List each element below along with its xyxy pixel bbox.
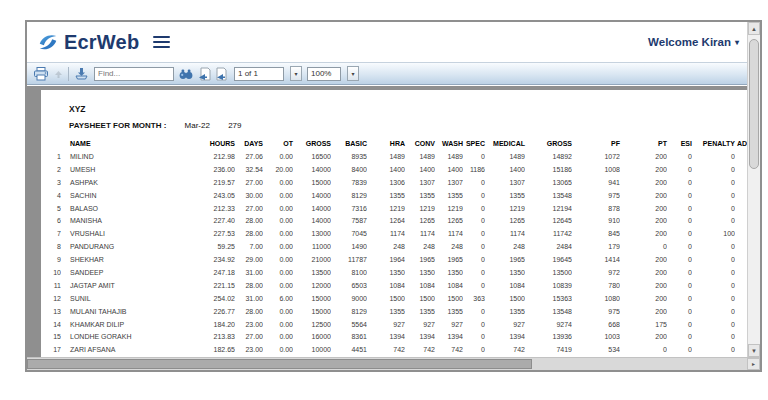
table-cell: 200 bbox=[620, 253, 667, 266]
prev-page-icon[interactable] bbox=[198, 67, 211, 81]
table-cell: 10839 bbox=[525, 279, 572, 292]
table-cell: 742 bbox=[435, 343, 463, 356]
find-input[interactable] bbox=[94, 67, 174, 81]
caret-down-icon: ▾ bbox=[294, 70, 297, 77]
page-number-input[interactable] bbox=[234, 67, 284, 81]
table-cell: 0 bbox=[463, 305, 485, 318]
arrow-up-icon: ▲ bbox=[751, 26, 757, 32]
table-cell: 1400 bbox=[367, 163, 405, 176]
table-cell: 4451 bbox=[331, 343, 367, 356]
table-cell: 0 bbox=[463, 227, 485, 240]
next-page-icon[interactable] bbox=[216, 67, 229, 81]
horizontal-scrollbar[interactable]: ▸ bbox=[27, 357, 760, 370]
table-cell: 941 bbox=[572, 176, 620, 189]
table-cell: 0 bbox=[463, 202, 485, 215]
hamburger-menu-icon[interactable] bbox=[151, 31, 172, 53]
table-cell: 5 bbox=[735, 330, 747, 343]
vertical-scrollbar[interactable]: ▲ ▼ bbox=[747, 22, 760, 357]
table-cell: 0.00 bbox=[263, 279, 293, 292]
table-cell: 534 bbox=[572, 343, 620, 356]
table-cell: 100 bbox=[692, 227, 735, 240]
table-cell: 1 bbox=[735, 214, 747, 227]
table-row: 5BALASO212.3327.000.00140007316121912191… bbox=[45, 202, 747, 215]
table-cell: 1355 bbox=[405, 189, 435, 202]
table-row: 13MULANI TAHAJIB226.7728.000.00150008129… bbox=[45, 305, 747, 318]
export-icon[interactable] bbox=[74, 67, 89, 80]
brand-logo-icon bbox=[37, 31, 59, 53]
table-cell: 9274 bbox=[525, 318, 572, 331]
column-header: SPEC bbox=[463, 135, 485, 150]
table-cell: 12194 bbox=[525, 202, 572, 215]
refresh-icon[interactable] bbox=[54, 69, 63, 79]
paysheet-table: NAMEHOURSDAYSOTGROSSBASICHRACONVWASHSPEC… bbox=[45, 135, 747, 356]
table-cell: 0 bbox=[667, 318, 692, 331]
table-cell: 243.05 bbox=[185, 189, 235, 202]
table-cell: 200 bbox=[620, 150, 667, 163]
horizontal-scroll-thumb[interactable] bbox=[27, 359, 532, 369]
table-cell: 2 bbox=[735, 202, 747, 215]
paysheet-count: 279 bbox=[228, 121, 241, 130]
cell-employee-name: SHEKHAR bbox=[61, 253, 185, 266]
table-row: 6MANISHA227.4028.000.0014000758712641265… bbox=[45, 214, 747, 227]
table-cell: 1394 bbox=[367, 330, 405, 343]
table-cell: 8129 bbox=[331, 189, 367, 202]
table-cell: 8400 bbox=[331, 163, 367, 176]
table-cell: 11000 bbox=[293, 240, 331, 253]
table-cell: 0 bbox=[463, 343, 485, 356]
table-cell: 0 bbox=[667, 150, 692, 163]
table-cell: 227.53 bbox=[185, 227, 235, 240]
welcome-user-dropdown[interactable]: Welcome Kiran ▾ bbox=[648, 36, 739, 48]
zoom-dropdown-button[interactable]: ▾ bbox=[347, 66, 359, 81]
table-cell: 0 bbox=[667, 253, 692, 266]
table-cell: 1355 bbox=[435, 189, 463, 202]
scroll-up-button[interactable]: ▲ bbox=[748, 22, 760, 35]
scroll-down-button[interactable]: ▼ bbox=[748, 344, 760, 357]
welcome-user-label: Welcome Kiran bbox=[648, 36, 731, 48]
print-icon[interactable] bbox=[33, 67, 49, 81]
table-cell: 7316 bbox=[331, 202, 367, 215]
page-number-dropdown-button[interactable]: ▾ bbox=[290, 66, 302, 81]
table-cell: 1350 bbox=[435, 266, 463, 279]
table-cell: 1350 bbox=[405, 266, 435, 279]
column-header: NAME bbox=[61, 135, 185, 150]
table-cell: 1 bbox=[735, 176, 747, 189]
table-cell: 1965 bbox=[405, 253, 435, 266]
table-cell: 212.98 bbox=[185, 150, 235, 163]
table-cell: 15000 bbox=[293, 176, 331, 189]
table-cell: 1084 bbox=[367, 279, 405, 292]
table-cell: 14000 bbox=[293, 163, 331, 176]
table-cell: 1394 bbox=[405, 330, 435, 343]
table-cell: 13500 bbox=[525, 266, 572, 279]
binoculars-find-icon[interactable] bbox=[179, 68, 193, 80]
table-cell: 0 bbox=[463, 176, 485, 189]
table-cell: 927 bbox=[485, 318, 525, 331]
table-cell: 910 bbox=[572, 214, 620, 227]
table-row: 8PANDURANG59.257.000.0011000149024824824… bbox=[45, 240, 747, 253]
table-cell bbox=[735, 305, 747, 318]
table-cell: 0 bbox=[692, 202, 735, 215]
table-cell: 0 bbox=[667, 202, 692, 215]
table-cell: 0 bbox=[667, 343, 692, 356]
table-cell: 1174 bbox=[435, 227, 463, 240]
table-cell: 1219 bbox=[405, 202, 435, 215]
cell-row-number: 6 bbox=[45, 214, 61, 227]
column-header: GROSS bbox=[525, 135, 572, 150]
table-cell: 363 bbox=[463, 292, 485, 305]
table-cell: 0 bbox=[667, 292, 692, 305]
table-cell: 1 bbox=[735, 266, 747, 279]
scroll-right-button[interactable]: ▸ bbox=[747, 358, 760, 370]
zoom-level-input[interactable] bbox=[307, 67, 341, 81]
vertical-scroll-thumb[interactable] bbox=[749, 39, 759, 169]
table-cell: 28.00 bbox=[235, 279, 263, 292]
table-cell: 21000 bbox=[293, 253, 331, 266]
table-cell: 182.65 bbox=[185, 343, 235, 356]
cell-employee-name: SACHIN bbox=[61, 189, 185, 202]
table-cell: 6503 bbox=[331, 279, 367, 292]
table-cell: 184.20 bbox=[185, 318, 235, 331]
table-cell: 227.40 bbox=[185, 214, 235, 227]
column-header: CONV bbox=[405, 135, 435, 150]
table-cell: 1350 bbox=[367, 266, 405, 279]
table-cell: 179 bbox=[572, 240, 620, 253]
table-cell: 200 bbox=[620, 214, 667, 227]
table-cell: 248 bbox=[405, 240, 435, 253]
